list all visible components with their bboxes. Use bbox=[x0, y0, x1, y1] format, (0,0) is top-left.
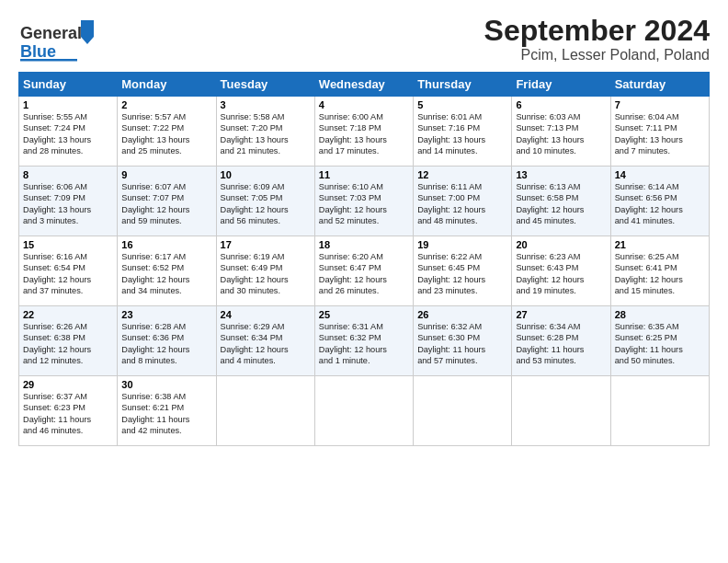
day-number: 9 bbox=[121, 169, 211, 180]
day-number: 13 bbox=[516, 169, 606, 180]
table-row: 20Sunrise: 6:23 AM Sunset: 6:43 PM Dayli… bbox=[512, 236, 610, 306]
day-info: Sunrise: 6:07 AM Sunset: 7:07 PM Dayligh… bbox=[121, 181, 211, 227]
table-row: 13Sunrise: 6:13 AM Sunset: 6:58 PM Dayli… bbox=[512, 167, 610, 236]
day-info: Sunrise: 6:29 AM Sunset: 6:34 PM Dayligh… bbox=[221, 321, 311, 367]
col-friday: Friday bbox=[512, 73, 610, 97]
table-row: 7Sunrise: 6:04 AM Sunset: 7:11 PM Daylig… bbox=[610, 97, 709, 167]
svg-text:General: General bbox=[20, 24, 82, 42]
day-number: 16 bbox=[121, 239, 211, 250]
svg-text:Blue: Blue bbox=[20, 42, 56, 61]
table-row: 22Sunrise: 6:26 AM Sunset: 6:38 PM Dayli… bbox=[19, 306, 118, 376]
table-row: 28Sunrise: 6:35 AM Sunset: 6:25 PM Dayli… bbox=[610, 306, 709, 376]
day-number: 8 bbox=[23, 169, 113, 180]
calendar-week-row: 15Sunrise: 6:16 AM Sunset: 6:54 PM Dayli… bbox=[19, 236, 710, 306]
table-row: 21Sunrise: 6:25 AM Sunset: 6:41 PM Dayli… bbox=[610, 236, 709, 306]
day-info: Sunrise: 6:28 AM Sunset: 6:36 PM Dayligh… bbox=[121, 321, 211, 367]
day-number: 2 bbox=[121, 99, 211, 110]
day-info: Sunrise: 6:37 AM Sunset: 6:23 PM Dayligh… bbox=[23, 391, 113, 437]
table-row bbox=[216, 376, 314, 446]
day-number: 1 bbox=[23, 99, 113, 110]
day-info: Sunrise: 6:01 AM Sunset: 7:16 PM Dayligh… bbox=[417, 111, 507, 157]
calendar-week-row: 1Sunrise: 5:55 AM Sunset: 7:24 PM Daylig… bbox=[19, 97, 710, 167]
day-info: Sunrise: 6:20 AM Sunset: 6:47 PM Dayligh… bbox=[319, 251, 409, 297]
day-info: Sunrise: 5:55 AM Sunset: 7:24 PM Dayligh… bbox=[23, 111, 113, 157]
table-row: 11Sunrise: 6:10 AM Sunset: 7:03 PM Dayli… bbox=[314, 167, 413, 236]
day-number: 14 bbox=[615, 169, 705, 180]
day-info: Sunrise: 6:09 AM Sunset: 7:05 PM Dayligh… bbox=[221, 181, 311, 227]
table-row bbox=[512, 376, 610, 446]
calendar-week-row: 29Sunrise: 6:37 AM Sunset: 6:23 PM Dayli… bbox=[19, 376, 710, 446]
day-number: 26 bbox=[417, 309, 507, 320]
day-number: 18 bbox=[319, 239, 409, 250]
table-row: 29Sunrise: 6:37 AM Sunset: 6:23 PM Dayli… bbox=[19, 376, 118, 446]
col-saturday: Saturday bbox=[610, 73, 709, 97]
day-info: Sunrise: 6:13 AM Sunset: 6:58 PM Dayligh… bbox=[516, 181, 606, 227]
day-number: 23 bbox=[121, 309, 211, 320]
day-number: 10 bbox=[221, 169, 311, 180]
table-row: 8Sunrise: 6:06 AM Sunset: 7:09 PM Daylig… bbox=[19, 167, 118, 236]
table-row: 24Sunrise: 6:29 AM Sunset: 6:34 PM Dayli… bbox=[216, 306, 314, 376]
day-info: Sunrise: 6:23 AM Sunset: 6:43 PM Dayligh… bbox=[516, 251, 606, 297]
col-thursday: Thursday bbox=[414, 73, 512, 97]
day-number: 30 bbox=[121, 379, 211, 390]
calendar-table: Sunday Monday Tuesday Wednesday Thursday… bbox=[18, 72, 710, 446]
day-info: Sunrise: 5:58 AM Sunset: 7:20 PM Dayligh… bbox=[221, 111, 311, 157]
calendar-week-row: 8Sunrise: 6:06 AM Sunset: 7:09 PM Daylig… bbox=[19, 167, 710, 236]
table-row: 18Sunrise: 6:20 AM Sunset: 6:47 PM Dayli… bbox=[314, 236, 413, 306]
day-number: 3 bbox=[221, 99, 311, 110]
col-monday: Monday bbox=[118, 73, 216, 97]
day-number: 6 bbox=[516, 99, 606, 110]
table-row: 15Sunrise: 6:16 AM Sunset: 6:54 PM Dayli… bbox=[19, 236, 118, 306]
day-info: Sunrise: 6:38 AM Sunset: 6:21 PM Dayligh… bbox=[121, 391, 211, 437]
table-row: 27Sunrise: 6:34 AM Sunset: 6:28 PM Dayli… bbox=[512, 306, 610, 376]
table-row: 30Sunrise: 6:38 AM Sunset: 6:21 PM Dayli… bbox=[118, 376, 216, 446]
day-info: Sunrise: 6:00 AM Sunset: 7:18 PM Dayligh… bbox=[319, 111, 409, 157]
calendar-week-row: 22Sunrise: 6:26 AM Sunset: 6:38 PM Dayli… bbox=[19, 306, 710, 376]
day-info: Sunrise: 6:32 AM Sunset: 6:30 PM Dayligh… bbox=[417, 321, 507, 367]
day-info: Sunrise: 6:26 AM Sunset: 6:38 PM Dayligh… bbox=[23, 321, 113, 367]
logo: General Blue bbox=[18, 18, 101, 64]
table-row bbox=[610, 376, 709, 446]
table-row: 1Sunrise: 5:55 AM Sunset: 7:24 PM Daylig… bbox=[19, 97, 118, 167]
svg-marker-1 bbox=[81, 20, 94, 44]
calendar-header-row: Sunday Monday Tuesday Wednesday Thursday… bbox=[19, 73, 710, 97]
day-info: Sunrise: 6:17 AM Sunset: 6:52 PM Dayligh… bbox=[121, 251, 211, 297]
title-block: September 2024 Pcim, Lesser Poland, Pola… bbox=[484, 15, 710, 63]
day-info: Sunrise: 6:14 AM Sunset: 6:56 PM Dayligh… bbox=[615, 181, 705, 227]
day-info: Sunrise: 6:03 AM Sunset: 7:13 PM Dayligh… bbox=[516, 111, 606, 157]
col-tuesday: Tuesday bbox=[216, 73, 314, 97]
day-number: 19 bbox=[417, 239, 507, 250]
page-header: General Blue September 2024 Pcim, Lesser… bbox=[18, 15, 710, 64]
day-number: 24 bbox=[221, 309, 311, 320]
table-row: 10Sunrise: 6:09 AM Sunset: 7:05 PM Dayli… bbox=[216, 167, 314, 236]
day-number: 5 bbox=[417, 99, 507, 110]
day-number: 22 bbox=[23, 309, 113, 320]
day-number: 20 bbox=[516, 239, 606, 250]
table-row bbox=[414, 376, 512, 446]
day-number: 21 bbox=[615, 239, 705, 250]
table-row: 23Sunrise: 6:28 AM Sunset: 6:36 PM Dayli… bbox=[118, 306, 216, 376]
day-info: Sunrise: 6:04 AM Sunset: 7:11 PM Dayligh… bbox=[615, 111, 705, 157]
day-info: Sunrise: 6:31 AM Sunset: 6:32 PM Dayligh… bbox=[319, 321, 409, 367]
table-row bbox=[314, 376, 413, 446]
table-row: 14Sunrise: 6:14 AM Sunset: 6:56 PM Dayli… bbox=[610, 167, 709, 236]
table-row: 17Sunrise: 6:19 AM Sunset: 6:49 PM Dayli… bbox=[216, 236, 314, 306]
day-info: Sunrise: 6:22 AM Sunset: 6:45 PM Dayligh… bbox=[417, 251, 507, 297]
table-row: 3Sunrise: 5:58 AM Sunset: 7:20 PM Daylig… bbox=[216, 97, 314, 167]
col-sunday: Sunday bbox=[19, 73, 118, 97]
day-number: 29 bbox=[23, 379, 113, 390]
table-row: 12Sunrise: 6:11 AM Sunset: 7:00 PM Dayli… bbox=[414, 167, 512, 236]
day-info: Sunrise: 6:06 AM Sunset: 7:09 PM Dayligh… bbox=[23, 181, 113, 227]
day-info: Sunrise: 6:16 AM Sunset: 6:54 PM Dayligh… bbox=[23, 251, 113, 297]
day-info: Sunrise: 6:10 AM Sunset: 7:03 PM Dayligh… bbox=[319, 181, 409, 227]
table-row: 25Sunrise: 6:31 AM Sunset: 6:32 PM Dayli… bbox=[314, 306, 413, 376]
table-row: 6Sunrise: 6:03 AM Sunset: 7:13 PM Daylig… bbox=[512, 97, 610, 167]
day-info: Sunrise: 6:35 AM Sunset: 6:25 PM Dayligh… bbox=[615, 321, 705, 367]
day-info: Sunrise: 6:11 AM Sunset: 7:00 PM Dayligh… bbox=[417, 181, 507, 227]
day-number: 28 bbox=[615, 309, 705, 320]
logo-svg: General Blue bbox=[18, 18, 101, 64]
table-row: 19Sunrise: 6:22 AM Sunset: 6:45 PM Dayli… bbox=[414, 236, 512, 306]
table-row: 2Sunrise: 5:57 AM Sunset: 7:22 PM Daylig… bbox=[118, 97, 216, 167]
table-row: 16Sunrise: 6:17 AM Sunset: 6:52 PM Dayli… bbox=[118, 236, 216, 306]
day-info: Sunrise: 6:25 AM Sunset: 6:41 PM Dayligh… bbox=[615, 251, 705, 297]
